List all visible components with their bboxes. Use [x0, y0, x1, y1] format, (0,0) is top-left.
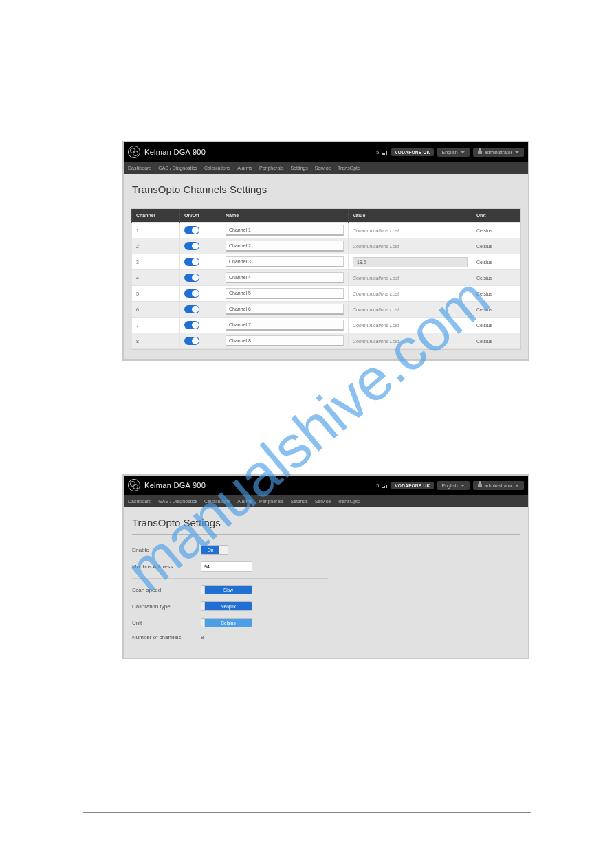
- cell-name: [221, 333, 349, 349]
- scanspeed-value: Slow: [205, 586, 252, 594]
- nav-gas[interactable]: GAS / Diagnostics: [158, 499, 197, 504]
- cell-onoff: [180, 254, 221, 270]
- user-dropdown[interactable]: administrator: [473, 148, 524, 157]
- user-label: administrator: [485, 483, 512, 488]
- cell-onoff: [180, 270, 221, 286]
- cell-value: Communications Lost: [349, 318, 472, 333]
- nav-service[interactable]: Service: [315, 166, 331, 170]
- unit-toggle[interactable]: Celsius: [201, 618, 252, 627]
- channel-name-input[interactable]: [226, 272, 344, 283]
- channel-value: 18.6: [353, 257, 468, 267]
- channel-toggle-icon[interactable]: [184, 274, 199, 282]
- nav-alarms[interactable]: Alarms: [237, 499, 252, 504]
- nav-service[interactable]: Service: [315, 499, 331, 504]
- modbus-input[interactable]: [201, 561, 252, 572]
- cell-channel: 1: [132, 223, 180, 238]
- cell-unit: Celsius: [472, 223, 520, 238]
- channel-name-input[interactable]: [226, 335, 344, 346]
- user-dropdown[interactable]: administrator: [473, 481, 524, 490]
- language-dropdown[interactable]: English: [437, 148, 470, 157]
- language-label: English: [442, 150, 458, 155]
- cell-unit: Celsius: [472, 318, 520, 333]
- brand-title: Kelman DGA 900: [144, 148, 206, 156]
- cell-name: [221, 254, 349, 270]
- cell-unit: Celsius: [472, 238, 520, 254]
- communications-lost-text: Communications Lost: [353, 307, 399, 312]
- cell-name: [221, 223, 349, 238]
- cell-name: [221, 238, 349, 254]
- nav-dashboard[interactable]: Dashboard: [128, 499, 151, 504]
- col-unit: Unit: [472, 209, 520, 223]
- communications-lost-text: Communications Lost: [353, 323, 399, 328]
- cell-onoff: [180, 286, 221, 302]
- channel-toggle-icon[interactable]: [184, 305, 199, 313]
- cell-unit: Celsius: [472, 302, 520, 318]
- channel-name-input[interactable]: [226, 241, 344, 252]
- user-icon: [478, 483, 482, 487]
- chevron-down-icon: [461, 485, 465, 487]
- cell-value: Communications Lost: [349, 333, 472, 349]
- cell-value: Communications Lost: [349, 302, 472, 318]
- channel-toggle-icon[interactable]: [184, 226, 199, 234]
- cell-unit: Celsius: [472, 270, 520, 286]
- calibration-label: Calibration type: [132, 603, 201, 610]
- scanspeed-toggle[interactable]: Slow: [201, 585, 252, 594]
- numchannels-value: 8: [201, 634, 204, 641]
- carrier-name: VODAFONE UK: [391, 148, 433, 156]
- top-nav: Dashboard GAS / Diagnostics Calculations…: [124, 495, 528, 507]
- channel-toggle-icon[interactable]: [184, 337, 199, 345]
- settings-form: Enable On Modbus Address Scan speed Slow…: [132, 542, 520, 644]
- communications-lost-text: Communications Lost: [353, 339, 399, 344]
- nav-peripherals[interactable]: Peripherals: [259, 499, 283, 504]
- cell-name: [221, 286, 349, 302]
- nav-transopto[interactable]: TransOpto: [338, 166, 360, 170]
- unit-value: Celsius: [205, 619, 252, 627]
- app-header: Kelman DGA 900 5 VODAFONE UK English adm…: [124, 142, 528, 162]
- col-onoff: On/Off: [180, 209, 221, 223]
- channel-toggle-icon[interactable]: [184, 242, 199, 250]
- nav-calc[interactable]: Calculations: [204, 499, 230, 504]
- nav-alarms[interactable]: Alarms: [237, 166, 252, 170]
- screenshot-settings: Kelman DGA 900 5 VODAFONE UK English adm…: [122, 474, 529, 659]
- nav-gas[interactable]: GAS / Diagnostics: [158, 166, 197, 170]
- cell-name: [221, 302, 349, 318]
- page-title: TransOpto Settings: [132, 517, 520, 535]
- channel-toggle-icon[interactable]: [184, 258, 199, 266]
- enable-toggle[interactable]: On: [201, 545, 228, 555]
- nav-calc[interactable]: Calculations: [204, 166, 230, 170]
- signal-bars-icon: [382, 149, 389, 155]
- signal-badge: 5 VODAFONE UK: [376, 482, 433, 489]
- col-value: Value: [349, 209, 472, 223]
- cell-value: Communications Lost: [349, 238, 472, 254]
- cell-unit: Celsius: [472, 286, 520, 302]
- communications-lost-text: Communications Lost: [353, 276, 399, 280]
- channel-toggle-icon[interactable]: [184, 321, 199, 329]
- calibration-toggle[interactable]: Neoptix: [201, 601, 252, 611]
- channel-name-input[interactable]: [226, 256, 344, 267]
- channel-toggle-icon[interactable]: [184, 289, 199, 298]
- numchannels-label: Number of channels: [132, 634, 201, 641]
- col-name: Name: [221, 209, 349, 223]
- nav-transopto[interactable]: TransOpto: [338, 499, 360, 504]
- cell-value: Communications Lost: [349, 286, 472, 302]
- channel-name-input[interactable]: [226, 225, 344, 236]
- cell-unit: Celsius: [472, 254, 520, 270]
- language-dropdown[interactable]: English: [437, 481, 470, 490]
- channel-name-input[interactable]: [226, 320, 344, 331]
- carrier-name: VODAFONE UK: [391, 482, 433, 489]
- cell-channel: 8: [132, 333, 180, 349]
- nav-settings[interactable]: Settings: [290, 499, 307, 504]
- cell-value: Communications Lost: [349, 223, 472, 238]
- calibration-value: Neoptix: [205, 602, 252, 610]
- brand-title: Kelman DGA 900: [144, 481, 206, 489]
- cell-name: [221, 270, 349, 286]
- nav-peripherals[interactable]: Peripherals: [259, 166, 283, 170]
- nav-settings[interactable]: Settings: [290, 166, 307, 170]
- table-row: 6Communications LostCelsius: [132, 302, 520, 318]
- channel-name-input[interactable]: [226, 288, 344, 299]
- nav-dashboard[interactable]: Dashboard: [128, 166, 151, 170]
- signal-strength: 5: [376, 150, 379, 155]
- channel-name-input[interactable]: [226, 304, 344, 315]
- table-row: 5Communications LostCelsius: [132, 286, 520, 302]
- signal-badge: 5 VODAFONE UK: [376, 148, 433, 156]
